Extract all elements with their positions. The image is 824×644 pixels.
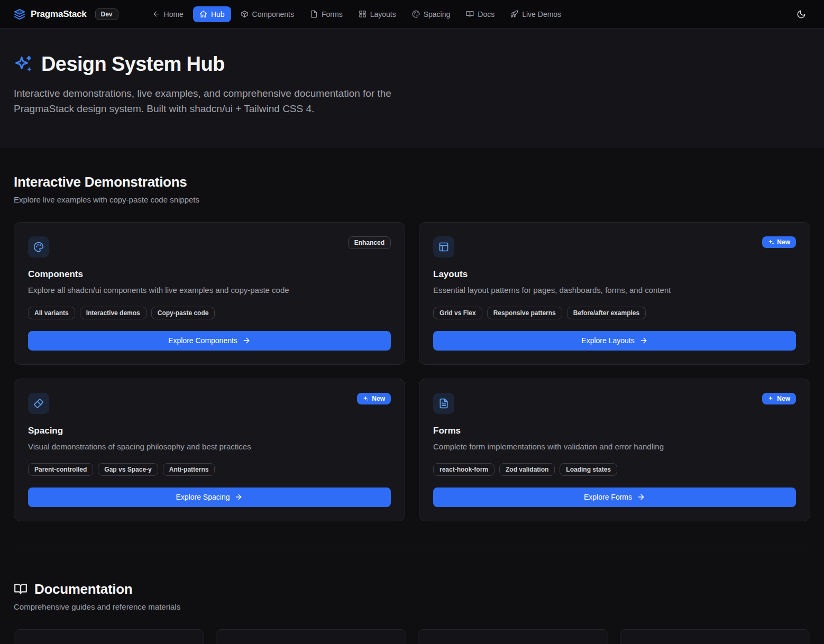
demo-card-forms: New Forms Complete form implementations … xyxy=(419,379,810,521)
nav-item-home[interactable]: Home xyxy=(146,6,190,22)
demo-card-layouts: New Layouts Essential layout patterns fo… xyxy=(419,222,810,365)
package-icon xyxy=(241,10,249,18)
page-title: Design System Hub xyxy=(41,53,225,76)
arrow-right-icon xyxy=(639,336,648,345)
arrow-right-icon xyxy=(242,336,251,345)
doc-card-complete-documentation[interactable]: Complete Documentation Full design syste… xyxy=(216,629,406,644)
sparkles-icon xyxy=(363,395,369,402)
nav-item-components[interactable]: Components xyxy=(234,6,300,22)
file-icon xyxy=(310,10,318,18)
arrow-right-icon xyxy=(234,493,243,501)
ruler-icon xyxy=(28,393,49,414)
demo-card-spacing: New Spacing Visual demonstrations of spa… xyxy=(14,379,405,521)
new-badge: New xyxy=(357,393,391,404)
card-title: Spacing xyxy=(28,426,391,436)
card-description: Explore all shadcn/ui components with li… xyxy=(28,284,391,296)
card-description: Complete form implementations with valid… xyxy=(433,441,796,453)
tag: All variants xyxy=(28,307,75,319)
layers-logo-icon xyxy=(14,8,25,20)
explore-layouts-button[interactable]: Explore Layouts xyxy=(433,331,796,351)
documentation-section: Documentation Comprehensive guides and r… xyxy=(14,548,810,644)
doc-card-ai-guidelines[interactable]: AI Guidelines Rules for AI code generati… xyxy=(418,629,608,644)
explore-spacing-button[interactable]: Explore Spacing xyxy=(28,487,391,507)
tag-row: Parent-controlled Gap vs Space-y Anti-pa… xyxy=(28,463,391,476)
nav-item-docs[interactable]: Docs xyxy=(460,6,501,22)
hero: Design System Hub Interactive demonstrat… xyxy=(0,29,824,148)
tag-row: Grid vs Flex Responsive patterns Before/… xyxy=(433,307,796,319)
card-description: Visual demonstrations of spacing philoso… xyxy=(28,441,391,453)
arrow-left-icon xyxy=(152,10,160,18)
tag: Gap vs Space-y xyxy=(98,463,158,476)
nav-links: Home Hub Components Forms Layouts Spacin… xyxy=(146,6,568,22)
tag: Responsive patterns xyxy=(487,307,562,319)
page-subtitle: Interactive demonstrations, live example… xyxy=(14,86,410,116)
dev-badge: Dev xyxy=(95,8,118,20)
sparkles-icon xyxy=(14,55,33,74)
nav-item-layouts[interactable]: Layouts xyxy=(352,6,402,22)
nav-item-hub[interactable]: Hub xyxy=(193,6,231,22)
card-description: Essential layout patterns for pages, das… xyxy=(433,284,796,296)
section-subtitle: Explore live examples with copy-paste co… xyxy=(14,195,810,204)
nav-item-spacing[interactable]: Spacing xyxy=(406,6,457,22)
tag: Parent-controlled xyxy=(28,463,93,476)
nav-item-forms[interactable]: Forms xyxy=(304,6,349,22)
section-title: Interactive Demonstrations xyxy=(14,174,810,190)
brand-name: PragmaStack xyxy=(31,9,87,20)
rocket-icon xyxy=(510,10,518,18)
card-title: Forms xyxy=(433,426,796,436)
book-icon xyxy=(466,10,474,18)
book-open-icon xyxy=(14,582,28,596)
doc-card-quick-start[interactable]: Quick Start 5-minute crash course xyxy=(14,629,204,644)
sparkles-icon xyxy=(768,239,774,245)
brand: PragmaStack Dev xyxy=(14,8,118,20)
tag-row: All variants Interactive demos Copy-past… xyxy=(28,307,391,319)
card-title: Components xyxy=(28,269,391,280)
theme-toggle-button[interactable] xyxy=(792,5,810,23)
enhanced-badge: Enhanced xyxy=(348,236,391,249)
section-subtitle: Comprehensive guides and reference mater… xyxy=(14,602,810,611)
tag: Zod validation xyxy=(499,463,555,476)
main-content: Interactive Demonstrations Explore live … xyxy=(0,148,824,644)
grid-icon xyxy=(359,10,367,18)
tag: Loading states xyxy=(560,463,617,476)
navbar: PragmaStack Dev Home Hub Components Form… xyxy=(0,0,824,29)
home-icon xyxy=(199,10,207,18)
tag-row: react-hook-form Zod validation Loading s… xyxy=(433,463,796,476)
tag: react-hook-form xyxy=(433,463,495,476)
tag: Before/after examples xyxy=(567,307,646,319)
new-badge: New xyxy=(762,393,796,404)
new-badge: New xyxy=(762,236,796,248)
interactive-demonstrations-section: Interactive Demonstrations Explore live … xyxy=(14,148,810,521)
palette-icon xyxy=(412,10,420,18)
doc-card-quick-reference[interactable]: Quick Reference Cheat sheet for lookups xyxy=(620,629,810,644)
moon-icon xyxy=(796,10,806,19)
card-title: Layouts xyxy=(433,269,796,280)
explore-components-button[interactable]: Explore Components xyxy=(28,331,391,351)
sparkles-icon xyxy=(768,395,774,402)
demo-card-grid: Enhanced Components Explore all shadcn/u… xyxy=(14,222,810,521)
doc-card-grid: Quick Start 5-minute crash course Comple… xyxy=(14,629,810,644)
nav-item-live-demos[interactable]: Live Demos xyxy=(504,6,567,22)
tag: Grid vs Flex xyxy=(433,307,482,319)
layout-icon xyxy=(433,236,454,257)
explore-forms-button[interactable]: Explore Forms xyxy=(433,487,796,507)
palette-icon xyxy=(28,236,49,257)
file-text-icon xyxy=(433,393,454,414)
tag: Interactive demos xyxy=(80,307,147,319)
arrow-right-icon xyxy=(637,493,645,501)
demo-card-components: Enhanced Components Explore all shadcn/u… xyxy=(14,222,405,365)
section-title: Documentation xyxy=(34,581,132,597)
tag: Copy-paste code xyxy=(151,307,215,319)
tag: Anti-patterns xyxy=(163,463,215,476)
